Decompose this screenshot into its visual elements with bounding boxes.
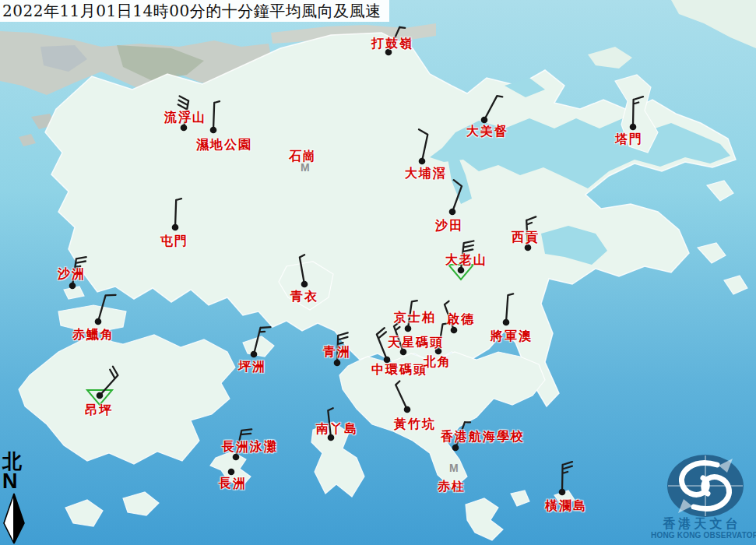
station-dot [458,267,465,274]
station-label-ta-kwu-ling: 打鼓嶺 [371,37,413,50]
station-label-stanley: 赤柱 [438,480,466,493]
station-label-cheung-chau-beach: 長洲泳灘 [222,440,278,453]
station-dot [405,325,412,332]
station-dot [210,127,217,134]
station-dot [481,117,488,124]
station-dot [233,454,240,461]
station-label-lau-fau-shan: 流浮山 [164,111,206,124]
station-label-wong-chuk-hang: 黃竹坑 [394,417,436,431]
station-label-sha-tin: 沙田 [435,219,463,232]
station-label-sha-chau: 沙洲 [58,267,86,280]
compass: 北 N [2,452,33,491]
station-dot [97,392,104,399]
wind-map-screen: MM 流浮山濕地公園打鼓嶺大美督大埔滘塔門石崗沙田西貢大老山屯門沙洲赤鱲角青衣坪… [0,0,756,545]
station-label-chek-lap-kok: 赤鱲角 [72,328,114,341]
station-dot [228,469,235,476]
station-dot [69,283,76,290]
station-label-ngong-ping: 昂坪 [85,403,113,417]
station-label-tai-po-kau: 大埔滘 [405,167,447,180]
station-label-tates-cairn: 大老山 [445,253,487,266]
station-label-lamma-island: 南丫島 [316,422,358,435]
station-dot [181,125,188,132]
station-dot [301,281,308,288]
title-bar: 2022年11月01日14時00分的十分鐘平均風向及風速 [0,0,389,22]
station-dot [404,406,411,413]
station-dot [451,327,458,334]
station-dot [172,224,179,231]
station-label-wetland-park: 濕地公園 [196,138,252,151]
missing-data-marker: M [449,462,459,474]
hko-name-english: HONG KONG OBSERVATORY [651,531,756,540]
station-label-tuen-mun: 屯門 [160,234,188,248]
station-label-cheung-chau: 長洲 [219,476,247,490]
station-label-tai-mei-tuk: 大美督 [466,125,508,138]
map-title: 2022年11月01日14時00分的十分鐘平均風向及風速 [2,1,382,22]
station-label-north-point: 北角 [424,355,452,368]
station-label-kai-tak: 啟德 [447,312,475,325]
station-cheung-chau [228,469,235,476]
station-label-sai-kung: 西貢 [512,230,540,244]
station-label-peng-chau: 坪洲 [238,360,266,373]
station-dot [334,360,341,367]
station-dot [419,158,426,165]
station-label-central-pier: 中環碼頭 [371,363,427,376]
station-label-waglan-island: 橫瀾島 [545,499,587,512]
station-label-green-island: 青洲 [323,345,351,358]
station-dot [449,209,456,216]
station-dot [503,319,510,326]
station-dot [525,244,532,251]
station-dot [452,445,459,452]
station-stanley: M [449,462,459,474]
hko-logo: 香港天文台 HONG KONG OBSERVATORY [651,452,756,545]
station-label-tseung-kwan-o: 將軍澳 [491,329,533,343]
station-label-tsing-yi: 青衣 [290,290,318,303]
hko-name-chinese: 香港天文台 [651,516,753,533]
hong-kong-map: MM [0,0,756,545]
station-label-hk-sea-school: 香港航海學校 [441,430,525,443]
station-label-shek-kong: 石崗 [289,149,317,163]
station-label-tap-mun: 塔門 [615,132,643,146]
station-dot [630,124,637,131]
station-dot [95,318,102,325]
compass-north-letter: N [2,472,33,491]
station-dot [251,351,258,358]
station-dot [559,489,566,496]
station-label-kings-park: 京士柏 [394,311,436,324]
station-label-star-ferry: 天星碼頭 [388,336,444,349]
